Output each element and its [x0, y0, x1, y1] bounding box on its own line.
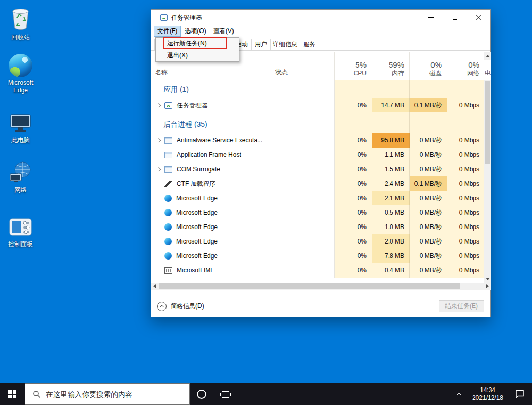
chevron-up-icon	[456, 393, 461, 398]
memory-cell: 2.1 MB	[372, 191, 410, 205]
arrow-down-icon	[486, 278, 490, 280]
network-cell: 0 Mbps	[447, 148, 485, 162]
status-cell	[271, 98, 335, 112]
disk-cell: 0.1 MB/秒	[410, 176, 447, 191]
process-group-header[interactable]: 后台进程 (35)	[151, 112, 485, 133]
process-row[interactable]: CTF 加载程序 0% 2.4 MB 0.1 MB/秒 0 Mbps	[151, 176, 485, 191]
cpu-cell: 0%	[335, 133, 372, 148]
process-row[interactable]: 任务管理器 0% 14.7 MB 0.1 MB/秒 0 Mbps	[151, 98, 485, 112]
cortana-icon	[197, 390, 206, 399]
desktop-icon-label: 控制面板	[8, 240, 33, 248]
cpu-cell: 0%	[335, 249, 372, 263]
column-header-status[interactable]: 状态	[271, 52, 335, 80]
process-icon	[164, 252, 172, 260]
memory-cell: 1.5 MB	[372, 162, 410, 176]
status-cell	[271, 234, 335, 249]
cortana-button[interactable]	[190, 383, 213, 405]
process-name: Microsoft Edge	[176, 252, 218, 260]
tab-users[interactable]: 用户	[251, 39, 271, 50]
task-manager-icon	[160, 14, 168, 21]
process-row[interactable]: Microsoft Edge 0% 1.0 MB 0 MB/秒 0 Mbps	[151, 220, 485, 234]
cpu-cell: 0%	[335, 205, 372, 220]
cpu-total-percent: 5%	[355, 60, 367, 70]
menu-item-exit[interactable]: 退出(X)	[156, 50, 239, 61]
minimize-icon	[428, 17, 434, 18]
process-row[interactable]: Microsoft IME 0% 0.4 MB 0 MB/秒 0 Mbps	[151, 263, 485, 278]
status-cell	[271, 205, 335, 220]
menu-view[interactable]: 查看(V)	[210, 26, 238, 37]
status-cell	[271, 80, 335, 98]
network-cell: 0 Mbps	[447, 249, 485, 263]
desktop-icon-network[interactable]: 网络	[2, 161, 39, 194]
process-name: COM Surrogate	[177, 166, 220, 173]
menu-options[interactable]: 选项(O)	[181, 26, 209, 37]
horizontal-scroll-thumb[interactable]	[159, 283, 460, 289]
network-total-percent: 0%	[468, 60, 479, 70]
scroll-down-button[interactable]	[484, 275, 491, 283]
menu-item-run-new-task[interactable]: 运行新任务(N)	[156, 38, 239, 50]
process-row[interactable]: Antimalware Service Executa... 0% 95.8 M…	[151, 133, 485, 148]
process-name: Microsoft Edge	[176, 195, 218, 202]
tray-expand-button[interactable]	[457, 392, 461, 397]
close-button[interactable]	[467, 10, 490, 25]
column-header-disk[interactable]: 0% 磁盘	[410, 52, 447, 80]
process-row[interactable]: Microsoft Edge 0% 7.8 MB 0 MB/秒 0 Mbps	[151, 249, 485, 263]
arrow-right-icon	[486, 284, 489, 288]
process-row[interactable]: Application Frame Host 0% 1.1 MB 0 MB/秒 …	[151, 148, 485, 162]
column-header-network[interactable]: 0% 网络	[447, 52, 485, 80]
row-expander-icon[interactable]	[157, 103, 161, 107]
vertical-scrollbar[interactable]: 电	[484, 52, 491, 283]
horizontal-scrollbar[interactable]	[151, 283, 491, 290]
search-icon	[32, 390, 41, 398]
cpu-cell: 0%	[335, 220, 372, 234]
row-expander-icon[interactable]	[157, 138, 161, 142]
end-task-button[interactable]: 结束任务(E)	[439, 300, 484, 312]
desktop-icon-microsoft-edge[interactable]: Microsoft Edge	[2, 54, 39, 94]
column-header-cpu[interactable]: 5% CPU	[335, 52, 372, 80]
network-cell: 0 Mbps	[447, 191, 485, 205]
desktop-icon-control-panel[interactable]: 控制面板	[2, 217, 39, 248]
close-icon	[476, 14, 481, 20]
detail-toggle-button[interactable]: 简略信息(D)	[157, 302, 204, 311]
scroll-up-button[interactable]	[484, 52, 491, 60]
process-row[interactable]: Microsoft Edge 0% 0.5 MB 0 MB/秒 0 Mbps	[151, 205, 485, 220]
task-view-button[interactable]	[213, 383, 237, 405]
memory-cell: 7.8 MB	[372, 249, 410, 263]
task-manager-window: 任务管理器 文件(F) 选项(O) 查看(V) 进程 性能 应用历史记录 启动 …	[151, 9, 491, 317]
process-row[interactable]: Microsoft Edge 0% 2.1 MB 0 MB/秒 0 Mbps	[151, 191, 485, 205]
memory-cell: 2.0 MB	[372, 234, 410, 249]
scroll-right-button[interactable]	[484, 283, 491, 290]
maximize-icon	[453, 15, 457, 20]
desktop-icon-this-pc[interactable]: 此电脑	[2, 112, 39, 144]
status-cell	[271, 263, 335, 278]
process-name: 任务管理器	[177, 101, 208, 110]
process-icon	[164, 152, 172, 158]
minimize-button[interactable]	[419, 10, 443, 25]
taskbar-clock[interactable]: 14:34 2021/12/18	[472, 386, 503, 402]
process-group-header[interactable]: 应用 (1)	[151, 80, 485, 98]
desktop-icon-recycle-bin[interactable]: 回收站	[2, 6, 39, 41]
menu-file[interactable]: 文件(F)	[154, 26, 181, 37]
scroll-left-button[interactable]	[151, 283, 158, 290]
vertical-scroll-thumb[interactable]	[485, 81, 490, 164]
disk-cell: 0 MB/秒	[410, 162, 447, 176]
disk-total-percent: 0%	[430, 60, 442, 70]
action-center-button[interactable]	[514, 389, 525, 400]
search-input[interactable]	[46, 390, 180, 398]
process-icon	[164, 238, 172, 245]
row-expander-icon[interactable]	[157, 167, 161, 171]
maximize-button[interactable]	[443, 10, 467, 25]
process-row[interactable]: Microsoft Edge 0% 2.0 MB 0 MB/秒 0 Mbps	[151, 234, 485, 249]
memory-cell: 1.1 MB	[372, 148, 410, 162]
column-header-memory[interactable]: 59% 内存	[372, 52, 410, 80]
tab-details[interactable]: 详细信息	[270, 39, 300, 50]
clock-date: 2021/12/18	[472, 394, 503, 402]
cpu-cell: 0%	[335, 162, 372, 176]
start-button[interactable]	[0, 383, 25, 405]
disk-cell: 0 MB/秒	[410, 148, 447, 162]
tab-services[interactable]: 服务	[300, 39, 319, 50]
process-row[interactable]: COM Surrogate 0% 1.5 MB 0 MB/秒 0 Mbps	[151, 162, 485, 176]
memory-cell: 14.7 MB	[372, 98, 410, 112]
network-cell: 0 Mbps	[447, 176, 485, 191]
taskbar-search[interactable]	[25, 383, 190, 405]
